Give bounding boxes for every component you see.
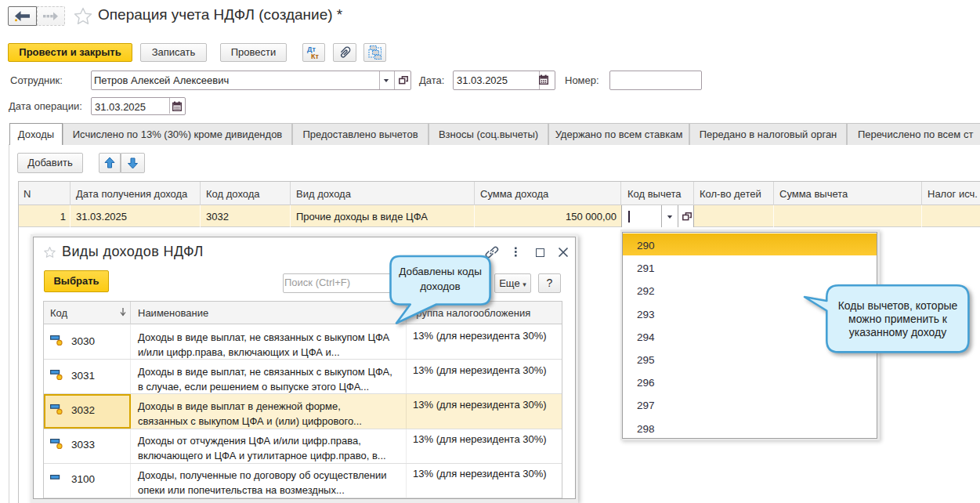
svg-text:Кт: Кт — [311, 52, 319, 60]
